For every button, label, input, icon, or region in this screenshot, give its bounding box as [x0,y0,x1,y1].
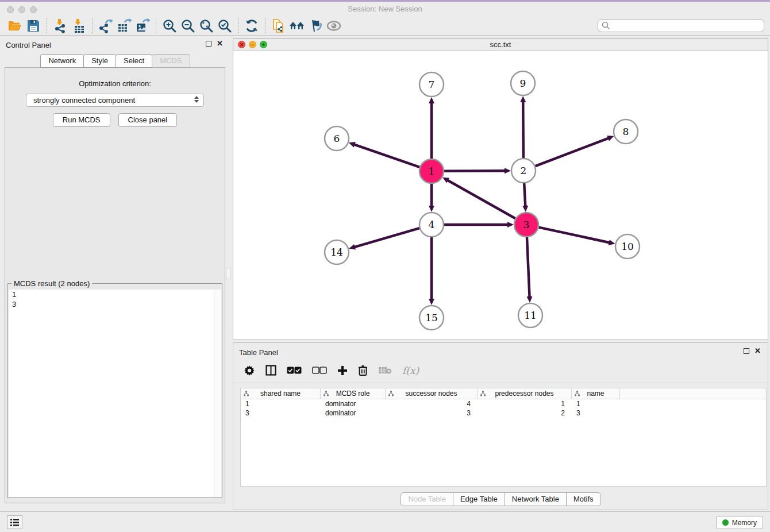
export-network-icon[interactable] [97,17,115,34]
node-label: 11 [524,310,537,321]
tab-network-table[interactable]: Network Table [505,492,567,506]
edge-3-10[interactable] [539,228,610,243]
result-line: 1 [9,290,221,299]
right-column: ✕ − + scc.txt 7968124314101511 Table Pan… [232,36,770,511]
graph-node-3[interactable]: 3 [514,213,538,237]
minimize-window-button[interactable] [18,6,25,13]
graph-node-9[interactable]: 9 [511,71,535,95]
export-image-icon[interactable] [133,17,152,34]
table-row[interactable]: 1dominator411 [241,399,766,408]
criterion-select[interactable]: strongly connected component [26,94,204,107]
edge-4-14[interactable] [354,228,419,247]
create-column-icon[interactable] [337,365,348,376]
table-cell[interactable]: 2 [478,408,572,418]
close-panel-button[interactable]: Close panel [118,113,178,127]
table-tabs: Node Table Edge Table Network Table Moti… [233,492,768,506]
table-cell[interactable]: 1 [478,399,572,408]
tab-select[interactable]: Select [116,54,152,68]
save-session-icon[interactable] [24,17,43,34]
float-panel-icon[interactable] [206,41,211,47]
table-cell[interactable]: 3 [572,408,620,418]
graph-node-6[interactable]: 6 [325,126,349,151]
tab-mcds[interactable]: MCDS [152,54,190,68]
network-canvas[interactable]: 7968124314101511 [233,51,768,340]
result-scrollbar[interactable] [214,290,221,497]
network-window-titlebar[interactable]: ✕ − + scc.txt [233,38,768,51]
edge-3-1[interactable] [447,180,515,218]
search-input[interactable] [598,19,764,32]
table-row[interactable]: 3dominator323 [241,408,766,418]
tab-node-table[interactable]: Node Table [401,492,453,506]
tab-style[interactable]: Style [83,54,116,68]
unselect-all-columns-icon[interactable] [312,367,327,374]
edge-1-6[interactable] [353,144,419,167]
select-all-columns-icon[interactable] [287,367,302,374]
table-cell[interactable]: 3 [386,408,478,418]
tab-motifs[interactable]: Motifs [566,492,601,506]
node-table[interactable]: shared nameMCDS rolesuccessor nodesprede… [240,388,767,487]
tab-network[interactable]: Network [40,54,84,68]
delete-column-icon[interactable] [358,365,368,376]
network-close-icon[interactable]: ✕ [238,41,245,48]
network-graph[interactable]: 7968124314101511 [233,51,767,340]
run-mcds-button[interactable]: Run MCDS [53,113,110,127]
graph-node-2[interactable]: 2 [511,159,536,183]
first-neighbors-icon[interactable] [288,17,306,34]
optimization-criterion-label: Optimization criterion: [5,79,225,88]
table-cell[interactable]: dominator [321,408,386,418]
splitter-grip[interactable] [226,268,230,279]
close-panel-icon[interactable]: ✕ [217,40,223,47]
zoom-window-button[interactable] [30,6,37,13]
edge-2-8[interactable] [536,138,609,166]
column-header-MCDS-role[interactable]: MCDS role [321,388,386,399]
graph-node-14[interactable]: 14 [325,240,349,264]
import-network-icon[interactable] [51,17,70,34]
zoom-in-icon[interactable] [160,17,179,34]
close-table-panel-icon[interactable]: ✕ [754,348,761,354]
graph-node-8[interactable]: 8 [614,119,638,144]
edge-2-9[interactable] [523,101,523,158]
clone-network-icon[interactable] [270,17,288,34]
network-maximize-icon[interactable]: + [260,41,267,48]
graph-node-11[interactable]: 11 [518,303,542,327]
table-cell[interactable]: 3 [241,408,321,418]
graph-node-7[interactable]: 7 [419,72,444,97]
table-cell[interactable]: 1 [572,399,620,408]
graph-node-15[interactable]: 15 [419,306,444,330]
zoom-selected-icon[interactable] [215,17,234,34]
zoom-fit-icon[interactable] [197,17,215,34]
graph-node-4[interactable]: 4 [419,213,444,237]
table-cell[interactable]: dominator [321,399,386,408]
zoom-out-icon[interactable] [179,17,197,34]
table-cell[interactable]: 1 [241,399,321,408]
show-tasks-button[interactable] [7,515,22,529]
network-minimize-icon[interactable]: − [249,41,256,48]
export-table-icon[interactable] [115,17,133,34]
column-header-shared-name[interactable]: shared name [241,388,321,399]
window-traffic-lights[interactable] [7,6,37,13]
import-table-icon[interactable] [70,17,88,34]
window-titlebar: Session: New Session [0,0,770,16]
edge-arrowhead [607,136,614,141]
show-graphics-details-icon[interactable] [325,17,343,34]
mcds-result-list[interactable]: 13 [9,290,221,497]
tab-edge-table[interactable]: Edge Table [453,492,505,506]
table-settings-gear-icon[interactable] [244,365,255,376]
column-header-successor-nodes[interactable]: successor nodes [386,388,478,399]
show-column-icon[interactable] [265,365,276,376]
float-table-panel-icon[interactable] [744,348,749,354]
edge-1-2[interactable] [444,171,506,171]
edge-2-3[interactable] [524,183,525,207]
open-session-icon[interactable] [6,17,24,34]
column-header-predecessor-nodes[interactable]: predecessor nodes [478,388,572,399]
column-header-name[interactable]: name [572,388,620,399]
result-line: 3 [9,299,221,309]
graph-node-1[interactable]: 1 [419,159,444,183]
refresh-icon[interactable] [242,17,261,34]
memory-button[interactable]: Memory [716,516,763,529]
hide-graphics-details-icon[interactable] [306,17,325,34]
graph-node-10[interactable]: 10 [615,234,640,259]
close-window-button[interactable] [7,6,14,13]
edge-3-11[interactable] [527,237,530,298]
table-cell[interactable]: 4 [386,399,478,408]
